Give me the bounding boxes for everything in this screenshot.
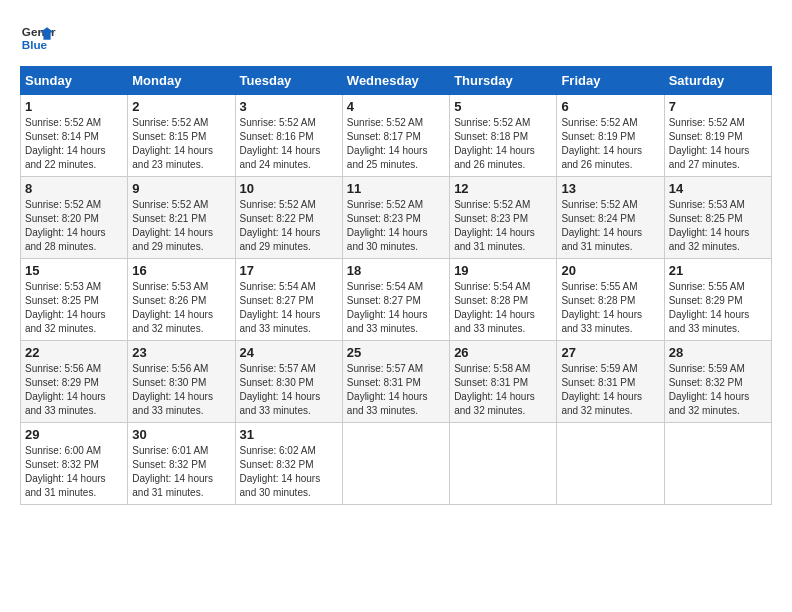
sunset-label: Sunset: 8:19 PM [561,131,635,142]
day-number: 31 [240,427,338,442]
sunset-label: Sunset: 8:31 PM [454,377,528,388]
day-number: 21 [669,263,767,278]
day-number: 16 [132,263,230,278]
sunrise-label: Sunrise: 5:55 AM [669,281,745,292]
weekday-header-saturday: Saturday [664,67,771,95]
sunrise-label: Sunrise: 5:52 AM [25,117,101,128]
sunrise-label: Sunrise: 5:52 AM [669,117,745,128]
calendar-cell [557,423,664,505]
day-info: Sunrise: 5:57 AM Sunset: 8:31 PM Dayligh… [347,362,445,418]
calendar-cell: 2 Sunrise: 5:52 AM Sunset: 8:15 PM Dayli… [128,95,235,177]
weekday-header-monday: Monday [128,67,235,95]
daylight-label: Daylight: 14 hours and 33 minutes. [561,309,642,334]
daylight-label: Daylight: 14 hours and 25 minutes. [347,145,428,170]
sunset-label: Sunset: 8:32 PM [132,459,206,470]
day-number: 10 [240,181,338,196]
calendar-header: SundayMondayTuesdayWednesdayThursdayFrid… [21,67,772,95]
sunrise-label: Sunrise: 5:55 AM [561,281,637,292]
daylight-label: Daylight: 14 hours and 23 minutes. [132,145,213,170]
sunset-label: Sunset: 8:18 PM [454,131,528,142]
sunset-label: Sunset: 8:16 PM [240,131,314,142]
sunset-label: Sunset: 8:20 PM [25,213,99,224]
sunrise-label: Sunrise: 6:02 AM [240,445,316,456]
daylight-label: Daylight: 14 hours and 22 minutes. [25,145,106,170]
day-number: 25 [347,345,445,360]
sunset-label: Sunset: 8:26 PM [132,295,206,306]
day-info: Sunrise: 6:00 AM Sunset: 8:32 PM Dayligh… [25,444,123,500]
day-info: Sunrise: 5:59 AM Sunset: 8:32 PM Dayligh… [669,362,767,418]
day-info: Sunrise: 5:56 AM Sunset: 8:30 PM Dayligh… [132,362,230,418]
sunrise-label: Sunrise: 5:56 AM [25,363,101,374]
logo: General Blue [20,20,56,56]
day-info: Sunrise: 5:54 AM Sunset: 8:28 PM Dayligh… [454,280,552,336]
day-info: Sunrise: 6:01 AM Sunset: 8:32 PM Dayligh… [132,444,230,500]
sunrise-label: Sunrise: 5:52 AM [25,199,101,210]
sunrise-label: Sunrise: 5:52 AM [561,117,637,128]
sunset-label: Sunset: 8:27 PM [240,295,314,306]
calendar-cell [342,423,449,505]
day-info: Sunrise: 5:52 AM Sunset: 8:19 PM Dayligh… [669,116,767,172]
day-info: Sunrise: 5:52 AM Sunset: 8:18 PM Dayligh… [454,116,552,172]
day-number: 28 [669,345,767,360]
day-info: Sunrise: 5:58 AM Sunset: 8:31 PM Dayligh… [454,362,552,418]
weekday-header-tuesday: Tuesday [235,67,342,95]
sunrise-label: Sunrise: 5:52 AM [561,199,637,210]
daylight-label: Daylight: 14 hours and 33 minutes. [25,391,106,416]
day-number: 18 [347,263,445,278]
daylight-label: Daylight: 14 hours and 27 minutes. [669,145,750,170]
day-info: Sunrise: 5:59 AM Sunset: 8:31 PM Dayligh… [561,362,659,418]
sunset-label: Sunset: 8:22 PM [240,213,314,224]
sunrise-label: Sunrise: 5:54 AM [454,281,530,292]
day-info: Sunrise: 5:52 AM Sunset: 8:21 PM Dayligh… [132,198,230,254]
calendar-cell: 22 Sunrise: 5:56 AM Sunset: 8:29 PM Dayl… [21,341,128,423]
sunset-label: Sunset: 8:24 PM [561,213,635,224]
daylight-label: Daylight: 14 hours and 32 minutes. [669,227,750,252]
sunrise-label: Sunrise: 5:52 AM [240,117,316,128]
daylight-label: Daylight: 14 hours and 32 minutes. [561,391,642,416]
day-info: Sunrise: 5:52 AM Sunset: 8:16 PM Dayligh… [240,116,338,172]
sunset-label: Sunset: 8:21 PM [132,213,206,224]
weekday-header-sunday: Sunday [21,67,128,95]
sunset-label: Sunset: 8:28 PM [454,295,528,306]
day-info: Sunrise: 5:52 AM Sunset: 8:19 PM Dayligh… [561,116,659,172]
sunrise-label: Sunrise: 6:00 AM [25,445,101,456]
calendar-cell: 20 Sunrise: 5:55 AM Sunset: 8:28 PM Dayl… [557,259,664,341]
calendar-table: SundayMondayTuesdayWednesdayThursdayFrid… [20,66,772,505]
weekday-header-friday: Friday [557,67,664,95]
daylight-label: Daylight: 14 hours and 32 minutes. [669,391,750,416]
day-number: 9 [132,181,230,196]
daylight-label: Daylight: 14 hours and 33 minutes. [240,309,321,334]
day-info: Sunrise: 5:54 AM Sunset: 8:27 PM Dayligh… [347,280,445,336]
day-number: 24 [240,345,338,360]
sunrise-label: Sunrise: 5:52 AM [454,199,530,210]
daylight-label: Daylight: 14 hours and 24 minutes. [240,145,321,170]
sunset-label: Sunset: 8:30 PM [132,377,206,388]
sunset-label: Sunset: 8:32 PM [669,377,743,388]
sunrise-label: Sunrise: 5:52 AM [132,117,208,128]
day-info: Sunrise: 5:52 AM Sunset: 8:23 PM Dayligh… [347,198,445,254]
sunset-label: Sunset: 8:25 PM [669,213,743,224]
calendar-cell: 7 Sunrise: 5:52 AM Sunset: 8:19 PM Dayli… [664,95,771,177]
calendar-cell: 3 Sunrise: 5:52 AM Sunset: 8:16 PM Dayli… [235,95,342,177]
sunset-label: Sunset: 8:23 PM [454,213,528,224]
daylight-label: Daylight: 14 hours and 30 minutes. [347,227,428,252]
day-info: Sunrise: 5:53 AM Sunset: 8:25 PM Dayligh… [669,198,767,254]
day-number: 22 [25,345,123,360]
daylight-label: Daylight: 14 hours and 32 minutes. [25,309,106,334]
calendar-week-2: 8 Sunrise: 5:52 AM Sunset: 8:20 PM Dayli… [21,177,772,259]
sunset-label: Sunset: 8:17 PM [347,131,421,142]
calendar-cell: 15 Sunrise: 5:53 AM Sunset: 8:25 PM Dayl… [21,259,128,341]
daylight-label: Daylight: 14 hours and 32 minutes. [132,309,213,334]
daylight-label: Daylight: 14 hours and 32 minutes. [454,391,535,416]
sunset-label: Sunset: 8:15 PM [132,131,206,142]
day-info: Sunrise: 5:56 AM Sunset: 8:29 PM Dayligh… [25,362,123,418]
calendar-cell: 17 Sunrise: 5:54 AM Sunset: 8:27 PM Dayl… [235,259,342,341]
daylight-label: Daylight: 14 hours and 33 minutes. [454,309,535,334]
day-number: 12 [454,181,552,196]
day-number: 14 [669,181,767,196]
sunrise-label: Sunrise: 5:57 AM [347,363,423,374]
calendar-cell: 26 Sunrise: 5:58 AM Sunset: 8:31 PM Dayl… [450,341,557,423]
calendar-cell: 1 Sunrise: 5:52 AM Sunset: 8:14 PM Dayli… [21,95,128,177]
weekday-header-wednesday: Wednesday [342,67,449,95]
day-info: Sunrise: 5:52 AM Sunset: 8:20 PM Dayligh… [25,198,123,254]
